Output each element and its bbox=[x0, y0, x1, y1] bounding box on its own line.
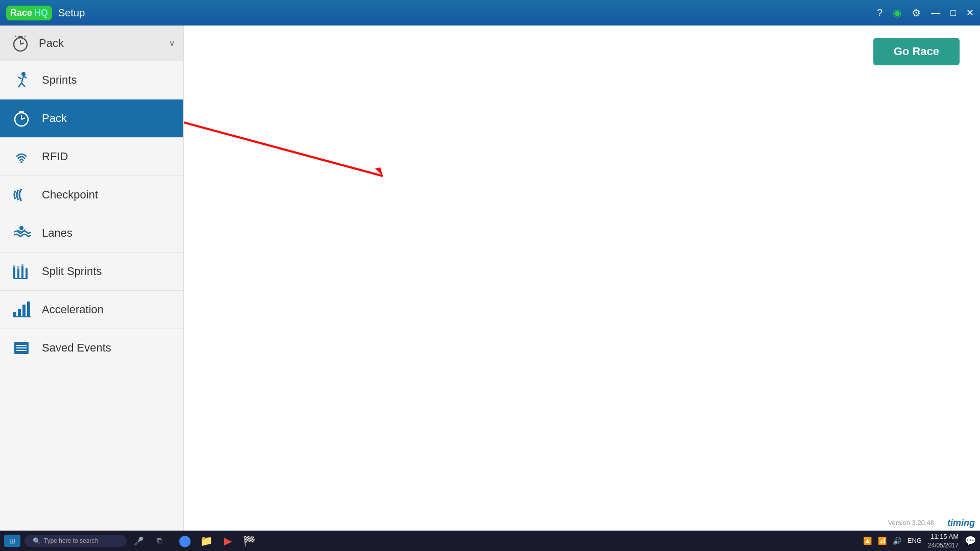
checkpoint-icon bbox=[8, 182, 35, 208]
notification-icon: 🔼 bbox=[863, 537, 872, 545]
close-button[interactable]: ✕ bbox=[966, 7, 974, 18]
search-placeholder: Type here to search bbox=[44, 537, 98, 544]
svg-rect-29 bbox=[27, 302, 30, 317]
taskbar-right: 🔼 📶 🔊 ENG 11:15 AM 24/05/2017 💬 bbox=[863, 532, 976, 550]
svg-rect-24 bbox=[26, 268, 28, 279]
sidebar-item-checkpoint[interactable]: Checkpoint bbox=[0, 176, 183, 214]
sprints-label: Sprints bbox=[42, 73, 77, 87]
time-display: 11:15 AM bbox=[928, 532, 959, 541]
svg-line-9 bbox=[18, 83, 21, 87]
svg-rect-22 bbox=[21, 266, 23, 279]
app3-icon[interactable]: ▶ bbox=[218, 533, 237, 549]
pack-label: Pack bbox=[42, 112, 67, 125]
svg-rect-20 bbox=[17, 269, 19, 279]
date-display: 24/05/2017 bbox=[928, 541, 959, 550]
pack-header-icon bbox=[8, 31, 33, 56]
sidebar-chevron: ∨ bbox=[169, 38, 175, 48]
sidebar-item-lanes[interactable]: Lanes bbox=[0, 214, 183, 253]
svg-line-8 bbox=[18, 77, 21, 79]
svg-line-10 bbox=[21, 83, 25, 87]
content-area: Go Race bbox=[184, 26, 980, 531]
svg-line-35 bbox=[184, 122, 383, 176]
svg-line-5 bbox=[24, 36, 26, 37]
split-sprints-label: Split Sprints bbox=[42, 265, 102, 278]
svg-line-7 bbox=[21, 76, 23, 83]
app4-icon[interactable]: 🏁 bbox=[240, 533, 258, 549]
svg-point-17 bbox=[19, 226, 23, 230]
network-icon: 📶 bbox=[878, 537, 887, 545]
sprints-icon bbox=[8, 67, 35, 93]
svg-point-16 bbox=[20, 161, 22, 163]
saved-events-label: Saved Events bbox=[42, 341, 111, 355]
svg-rect-27 bbox=[18, 309, 21, 317]
taskbar-apps: ⬤ 📁 ▶ 🏁 bbox=[176, 533, 258, 549]
svg-rect-3 bbox=[18, 36, 23, 38]
maximize-button[interactable]: □ bbox=[950, 8, 956, 18]
title-bar: RaceHQ Setup ? ◉ ⚙ — □ ✕ bbox=[0, 0, 980, 26]
timing-brand: timing bbox=[947, 518, 975, 529]
acceleration-icon bbox=[8, 296, 35, 323]
pack-icon bbox=[8, 105, 35, 132]
sidebar-header-label: Pack bbox=[39, 37, 169, 50]
svg-line-11 bbox=[23, 76, 27, 78]
volume-icon: 🔊 bbox=[893, 537, 901, 545]
svg-rect-26 bbox=[13, 312, 16, 317]
saved-events-icon bbox=[8, 335, 35, 361]
logo-hq: HQ bbox=[34, 8, 48, 18]
minimize-button[interactable]: — bbox=[931, 8, 940, 18]
version-label: Version 3.20.48 bbox=[888, 519, 934, 527]
rfid-icon bbox=[8, 143, 35, 170]
split-sprints-icon bbox=[8, 258, 35, 285]
lanes-icon bbox=[8, 220, 35, 246]
sidebar-item-pack[interactable]: Pack bbox=[0, 99, 183, 138]
sidebar-list: Sprints Pack bbox=[0, 61, 183, 531]
svg-line-4 bbox=[15, 36, 16, 37]
notifications-button[interactable]: 💬 bbox=[965, 535, 976, 546]
sidebar-item-rfid[interactable]: RFID bbox=[0, 138, 183, 176]
task-view-icon[interactable]: ⧉ bbox=[151, 533, 167, 549]
svg-rect-23 bbox=[21, 264, 23, 267]
taskbar-search[interactable]: 🔍 Type here to search bbox=[24, 535, 127, 547]
svg-rect-15 bbox=[19, 111, 24, 113]
acceleration-label: Acceleration bbox=[42, 303, 104, 316]
lang-label: ENG bbox=[908, 537, 922, 544]
svg-rect-28 bbox=[22, 305, 26, 317]
wifi-icon: ◉ bbox=[893, 7, 901, 19]
svg-marker-36 bbox=[375, 167, 383, 176]
svg-line-2 bbox=[20, 43, 24, 44]
chrome-icon[interactable]: ⬤ bbox=[176, 533, 194, 549]
sidebar-item-acceleration[interactable]: Acceleration bbox=[0, 291, 183, 329]
clock: 11:15 AM 24/05/2017 bbox=[928, 532, 959, 550]
microphone-icon: 🎤 bbox=[131, 533, 147, 549]
svg-rect-19 bbox=[13, 265, 15, 268]
svg-rect-21 bbox=[17, 266, 19, 270]
help-icon[interactable]: ? bbox=[877, 7, 883, 19]
rfid-label: RFID bbox=[42, 150, 68, 163]
checkpoint-label: Checkpoint bbox=[42, 188, 98, 202]
window-controls: ? ◉ ⚙ — □ ✕ bbox=[877, 7, 974, 19]
windows-icon: ⊞ bbox=[9, 537, 15, 545]
annotation-arrow bbox=[184, 26, 980, 531]
svg-line-14 bbox=[21, 118, 25, 119]
search-icon: 🔍 bbox=[33, 537, 41, 545]
svg-rect-18 bbox=[13, 267, 15, 279]
files-icon[interactable]: 📁 bbox=[197, 533, 215, 549]
lanes-label: Lanes bbox=[42, 227, 72, 240]
logo-race: Race bbox=[10, 8, 32, 18]
sidebar-item-sprints[interactable]: Sprints bbox=[0, 61, 183, 99]
sidebar: Pack ∨ Sprints bbox=[0, 26, 184, 531]
taskbar: ⊞ 🔍 Type here to search 🎤 ⧉ ⬤ 📁 ▶ 🏁 🔼 📶 … bbox=[0, 531, 980, 551]
main-area: Pack ∨ Sprints bbox=[0, 26, 980, 531]
sidebar-item-split-sprints[interactable]: Split Sprints bbox=[0, 253, 183, 291]
go-race-button[interactable]: Go Race bbox=[873, 38, 960, 65]
sidebar-dropdown[interactable]: Pack ∨ bbox=[0, 26, 183, 61]
sidebar-item-saved-events[interactable]: Saved Events bbox=[0, 329, 183, 367]
start-button[interactable]: ⊞ bbox=[4, 535, 20, 547]
settings-icon[interactable]: ⚙ bbox=[912, 7, 921, 19]
app-title: Setup bbox=[58, 7, 85, 19]
svg-point-6 bbox=[21, 72, 26, 76]
logo: RaceHQ bbox=[6, 6, 52, 20]
